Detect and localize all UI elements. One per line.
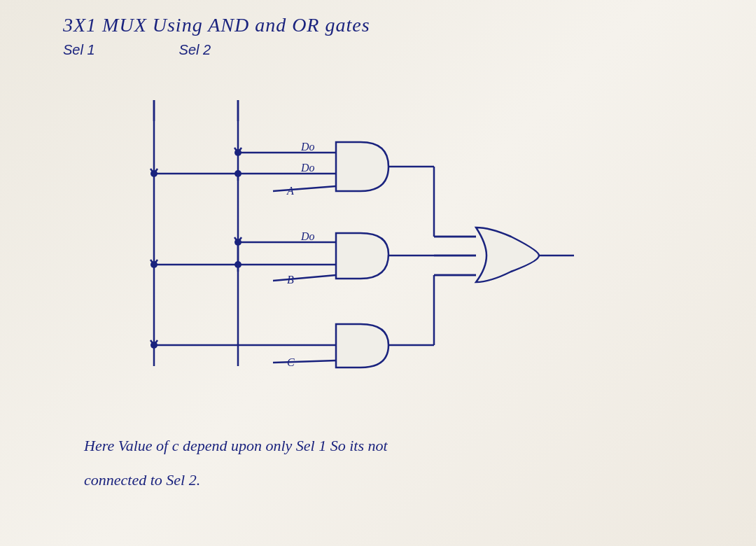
svg-text:Do: Do xyxy=(300,141,315,153)
svg-point-11 xyxy=(234,170,241,177)
svg-line-13 xyxy=(273,186,336,191)
page-title: 3X1 MUX Using AND and OR gates xyxy=(63,14,714,36)
sel1-label: Sel 1 xyxy=(63,42,95,58)
bottom-text-line1: Here Value of c depend upon only Sel 1 S… xyxy=(84,429,388,463)
circuit-diagram: .wire { stroke: #1a237e; stroke-width: 2… xyxy=(84,65,574,401)
svg-text:Do: Do xyxy=(300,162,315,174)
bottom-text-line2: connected to Sel 2. xyxy=(84,463,388,497)
circuit-svg: .wire { stroke: #1a237e; stroke-width: 2… xyxy=(84,65,574,401)
sel2-label: Sel 2 xyxy=(179,42,211,58)
bottom-text: Here Value of c depend upon only Sel 1 S… xyxy=(84,429,388,497)
svg-text:Do: Do xyxy=(300,230,315,242)
page: 3X1 MUX Using AND and OR gates Sel 1 Sel… xyxy=(0,0,756,546)
content-area: 3X1 MUX Using AND and OR gates Sel 1 Sel… xyxy=(42,14,714,532)
svg-line-26 xyxy=(273,275,336,281)
svg-line-32 xyxy=(273,360,336,363)
